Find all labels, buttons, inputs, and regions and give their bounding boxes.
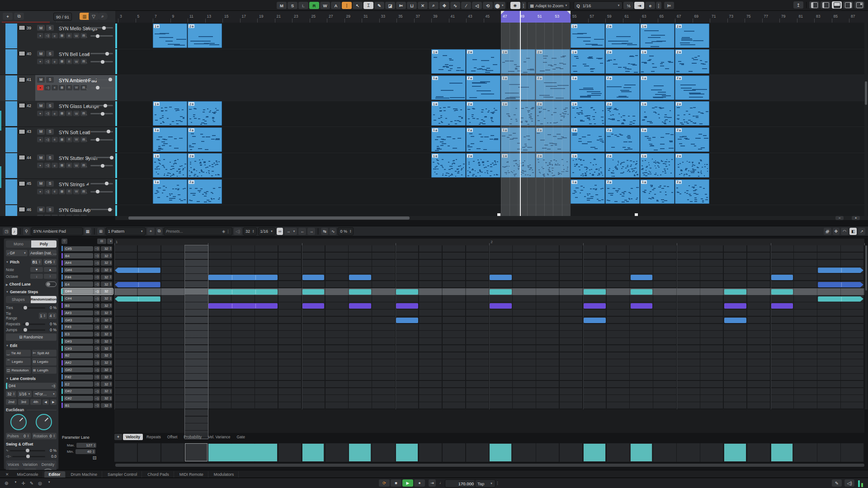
lane-velocity-stepper[interactable]: 32▲▼: [101, 367, 112, 373]
note-lane-D#4[interactable]: D#4◁)32▲▼: [61, 288, 113, 295]
event-display[interactable]: 1▦2▦1▦2▦1▦2▦1▦2▦1▦2▦1▦2▦1▦2▦1▦2▦1▦2▦1▦2▦…: [115, 23, 868, 216]
solo-button[interactable]: S: [46, 77, 54, 83]
prev-icon[interactable]: ◀: [42, 399, 49, 405]
speaker-icon[interactable]: ◁): [844, 479, 854, 487]
record-arm-button[interactable]: ●: [37, 111, 43, 116]
slider-thumb[interactable]: [105, 182, 108, 185]
pattern-grid-icon[interactable]: ⊞: [97, 228, 104, 235]
midi-clip[interactable]: 1▦: [431, 49, 466, 74]
midi-clip[interactable]: 2▦: [466, 101, 500, 126]
lane-velocity-stepper[interactable]: 32▲▼: [101, 296, 112, 301]
tie-range-min-stepper[interactable]: 1▲▼: [39, 313, 47, 319]
velocity-bar-step20[interactable]: [584, 444, 605, 461]
quantize-select[interactable]: Q1/16▼: [574, 1, 623, 9]
velocity-bar-step22[interactable]: [631, 444, 652, 461]
mute-button[interactable]: M: [37, 206, 45, 212]
crosshair-icon[interactable]: ✛: [21, 481, 25, 486]
lower-zone-icon[interactable]: [832, 1, 842, 9]
length-quantize-icon[interactable]: ⊨: [664, 2, 674, 9]
note-lane-A#4[interactable]: A#4◁)32▲▼: [61, 260, 113, 267]
midi-clip[interactable]: 1▦: [571, 153, 605, 178]
solo-button[interactable]: S: [46, 155, 54, 160]
scrollbar-thumb[interactable]: [865, 81, 867, 105]
lane-velocity-stepper[interactable]: 32▲▼: [101, 381, 112, 387]
note-D#4-step22[interactable]: [631, 289, 653, 295]
comp-tool-icon[interactable]: ⟲: [483, 2, 493, 9]
note-G#3-step26[interactable]: [724, 318, 746, 323]
track-row-43[interactable]: 43MSSYN Soft Lead●◁)e▦RW▤◢◟: [0, 127, 115, 153]
read-automation-button[interactable]: R: [66, 137, 72, 142]
velocity-bar-step4[interactable]: [208, 444, 277, 461]
cycle-end-handle[interactable]: [567, 11, 571, 14]
quantize-menu-icon[interactable]: ⋮: [656, 2, 661, 9]
slider-thumb[interactable]: [105, 52, 109, 56]
delete-legato-button[interactable]: ⊟Legato: [32, 358, 57, 366]
midi-clip[interactable]: 2▦: [605, 23, 640, 48]
grid-type-select[interactable]: ▦Adapt to Zoom▼: [527, 1, 570, 9]
keyboard-focus-icon[interactable]: ▦: [84, 228, 92, 235]
lane-velocity-stepper[interactable]: 32▲▼: [101, 317, 112, 323]
lane-velocity-stepper[interactable]: 32▲▼: [101, 389, 112, 394]
root-note-select[interactable]: ♪G#▼: [6, 250, 28, 256]
monitor-button[interactable]: ◁): [44, 189, 51, 194]
editor-left-zone-icon[interactable]: ◧: [849, 228, 857, 235]
zoom-in-icon[interactable]: +: [852, 216, 860, 220]
note-D#4-step12[interactable]: [396, 289, 418, 295]
tab-randomization[interactable]: Randomization: [31, 296, 57, 303]
lane-velocity-stepper[interactable]: 32▲▼: [101, 260, 112, 266]
snap-toggle-icon[interactable]: ✳: [510, 2, 520, 9]
lane-speaker-icon[interactable]: ◁): [94, 260, 100, 266]
midi-clip[interactable]: 2▦: [188, 23, 222, 48]
output-fader[interactable]: [90, 191, 113, 192]
step-cells[interactable]: [114, 245, 864, 409]
pattern-select[interactable]: 1 Pattern▼: [106, 227, 146, 235]
note-D#4-step10[interactable]: [349, 289, 371, 295]
mute-button[interactable]: M: [37, 103, 45, 108]
note-editor-icon[interactable]: ♪: [12, 228, 18, 235]
read-automation-button[interactable]: R: [66, 215, 72, 216]
pulses-stepper[interactable]: Pulses0▲▼: [6, 433, 31, 439]
slider-thumb[interactable]: [104, 104, 107, 108]
note-G#3-step12[interactable]: [396, 318, 418, 323]
midi-clip[interactable]: 1▦: [640, 75, 675, 100]
velocity-bar-step10[interactable]: [349, 444, 371, 461]
track-lane-44[interactable]: 1▦2▦1▦2▦1▦2▦1▦2▦1▦2▦: [115, 153, 868, 179]
lane-velocity-stepper[interactable]: 32▲▼: [101, 339, 112, 344]
search-icon[interactable]: ⌕: [98, 13, 108, 20]
velocity-bar-step28[interactable]: [771, 444, 793, 461]
track-lane-39[interactable]: 1▦2▦1▦2▦1▦2▦: [115, 23, 868, 49]
tab-shapes[interactable]: Shapes: [6, 296, 31, 303]
track-lane-40[interactable]: 1▦2▦1▦2▦1▦2▦1▦2▦: [115, 49, 868, 75]
duplicate-track-icon[interactable]: ⧉: [14, 13, 24, 20]
midi-clip[interactable]: 1▦: [153, 179, 187, 204]
setup-window-layout-icon[interactable]: [854, 1, 864, 9]
lane-velocity-stepper[interactable]: 32▲▼: [101, 396, 112, 401]
midi-clip[interactable]: 1▦: [431, 75, 466, 100]
read-automation-button[interactable]: R: [66, 33, 72, 38]
close-icon[interactable]: ✕: [3, 472, 12, 477]
volume-slider[interactable]: [90, 79, 113, 80]
lane-velocity-stepper[interactable]: 32▲▼: [101, 360, 112, 366]
filter-funnel-icon[interactable]: ▽: [89, 13, 99, 20]
instrument-icon[interactable]: ▦: [59, 111, 65, 116]
add-parameter-lane-button[interactable]: +: [114, 434, 122, 440]
note-down-button[interactable]: ▼: [30, 267, 43, 272]
midi-clip[interactable]: 2▦: [466, 49, 500, 74]
note-lane-F#3[interactable]: F#3◁)32▲▼: [61, 324, 113, 331]
monitor-button[interactable]: ◁): [44, 59, 51, 64]
swing-stepper[interactable]: 0 %▲▼: [338, 227, 354, 235]
velocity-bar-step26[interactable]: [724, 444, 746, 461]
ordinal-4th[interactable]: 4th: [30, 399, 41, 405]
lane-velocity-stepper[interactable]: 32▲▼: [101, 324, 112, 330]
chevron-down-icon[interactable]: ▼: [48, 481, 51, 486]
note-lane-D#2[interactable]: D#2◁)32▲▼: [61, 388, 113, 395]
track-row-45[interactable]: 45MSSYN Strings●◁)e▦RW▤◢◟: [0, 179, 115, 205]
midi-clip[interactable]: 2▦: [605, 101, 640, 126]
edit-channel-button[interactable]: e: [52, 215, 58, 216]
note-lane-E4[interactable]: E4◁)32▲▼: [61, 281, 113, 288]
generate-steps-header[interactable]: ▼Generate Steps: [6, 290, 57, 294]
note-lane-F#4[interactable]: F#4◁)32▲▼: [61, 274, 113, 281]
track-row-46[interactable]: 46MSSYN Glass Arp●◁)e▦RW▤◢◟: [0, 205, 115, 216]
note-D#4-step8[interactable]: [302, 289, 325, 295]
midi-clip[interactable]: 1▦: [431, 153, 466, 178]
